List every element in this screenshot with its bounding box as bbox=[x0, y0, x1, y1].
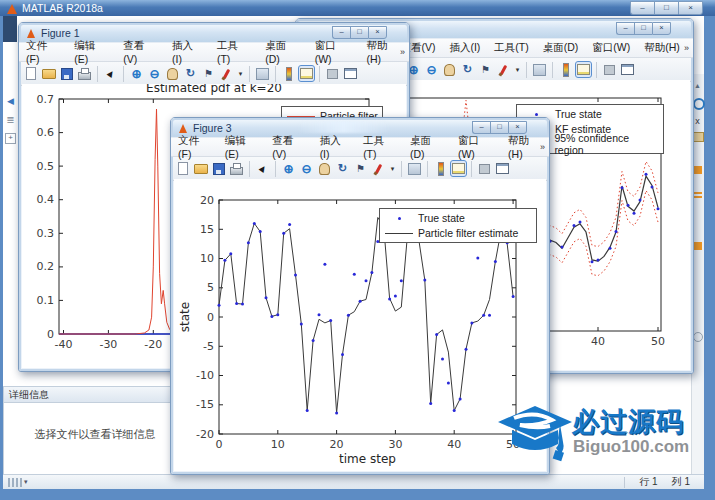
svg-text:20: 20 bbox=[200, 194, 214, 207]
cursor-icon[interactable]: ▶ bbox=[100, 63, 121, 84]
menu-item-1[interactable]: 编辑(E) bbox=[218, 134, 265, 160]
open-icon[interactable] bbox=[193, 161, 208, 176]
link-plot-icon[interactable] bbox=[255, 66, 270, 81]
menu-item-0[interactable]: 文件(F) bbox=[171, 134, 218, 160]
rotate-3d-icon[interactable]: ↻ bbox=[460, 62, 475, 77]
minimize-button[interactable]: – bbox=[616, 22, 634, 35]
save-icon[interactable] bbox=[59, 66, 74, 81]
menu-item-5[interactable]: 桌面(D) bbox=[536, 41, 586, 55]
warning-marker-icon[interactable] bbox=[693, 242, 702, 250]
svg-text:40: 40 bbox=[447, 438, 461, 451]
zoom-in-icon[interactable]: ⊕ bbox=[281, 161, 296, 176]
minimize-button[interactable]: – bbox=[332, 26, 350, 39]
menu-item-4[interactable]: 工具(T) bbox=[210, 39, 258, 65]
brush-icon[interactable] bbox=[219, 66, 234, 81]
menu-item-4[interactable]: 工具(T) bbox=[356, 134, 403, 160]
menu-overflow-icon[interactable]: » bbox=[684, 43, 689, 53]
data-cursor-icon[interactable]: ⚑ bbox=[353, 161, 368, 176]
grip-caret-icon[interactable]: ▾ bbox=[24, 478, 28, 486]
zoom-out-icon[interactable]: ⊖ bbox=[424, 62, 439, 77]
menu-item-6[interactable]: 窗口(W) bbox=[451, 134, 501, 160]
brush-icon[interactable] bbox=[496, 62, 511, 77]
brush-icon[interactable] bbox=[371, 161, 386, 176]
legend-icon[interactable] bbox=[299, 66, 314, 81]
pan-icon[interactable] bbox=[317, 161, 332, 176]
new-icon[interactable] bbox=[23, 66, 38, 81]
warning-lines-icon[interactable] bbox=[693, 192, 702, 194]
svg-text:time step: time step bbox=[339, 452, 396, 466]
rotate-3d-icon[interactable]: ↻ bbox=[335, 161, 350, 176]
maximize-button[interactable]: □ bbox=[490, 121, 508, 134]
colorbar-icon[interactable] bbox=[281, 66, 296, 81]
figure3-window[interactable]: Figure 3 – □ × 文件(F)编辑(E)查看(V)插入(I)工具(T)… bbox=[170, 117, 550, 475]
menu-item-4[interactable]: 工具(T) bbox=[487, 41, 535, 55]
new-icon[interactable] bbox=[175, 161, 190, 176]
dock-icon[interactable] bbox=[325, 66, 340, 81]
add-panel-icon[interactable]: + bbox=[5, 133, 16, 144]
close-button[interactable]: × bbox=[368, 26, 387, 39]
close-button[interactable]: × bbox=[652, 22, 671, 35]
close-strip-icon[interactable]: x bbox=[693, 116, 702, 126]
menu-item-6[interactable]: 窗口(W) bbox=[308, 39, 360, 65]
maximize-button[interactable]: □ bbox=[634, 22, 652, 35]
menu-item-2[interactable]: 查看(V) bbox=[116, 39, 165, 65]
maximize-button[interactable]: □ bbox=[654, 1, 678, 15]
file-marker-icon[interactable] bbox=[693, 132, 704, 142]
menu-item-6[interactable]: 窗口(W) bbox=[585, 41, 637, 55]
undock-icon[interactable] bbox=[343, 66, 358, 81]
dock-icon[interactable] bbox=[477, 161, 492, 176]
figure3-plot-area[interactable]: 01020304050-20-15-10-505101520time steps… bbox=[174, 179, 546, 471]
warning-marker-icon[interactable] bbox=[693, 166, 702, 174]
list-panel-icon[interactable]: ≣ bbox=[6, 114, 14, 125]
close-button[interactable]: × bbox=[508, 121, 527, 134]
rotate-3d-icon[interactable]: ↻ bbox=[183, 66, 198, 81]
pan-icon[interactable] bbox=[165, 66, 180, 81]
open-icon[interactable] bbox=[41, 66, 56, 81]
pan-icon[interactable] bbox=[442, 62, 457, 77]
close-button[interactable]: × bbox=[678, 1, 703, 15]
menu-item-7[interactable]: 帮助(H) bbox=[637, 41, 687, 55]
menu-item-3[interactable]: 插入(I) bbox=[165, 39, 210, 65]
dock-icon[interactable] bbox=[602, 62, 617, 77]
figure3-legend[interactable]: True stateParticle filter estimate bbox=[379, 208, 537, 243]
undock-icon[interactable] bbox=[495, 161, 510, 176]
menu-item-3[interactable]: 插入(I) bbox=[442, 41, 487, 55]
colorbar-icon[interactable] bbox=[433, 161, 448, 176]
statusbar-grip-icon[interactable] bbox=[8, 478, 22, 487]
minimize-button[interactable]: – bbox=[630, 1, 654, 15]
caret-icon[interactable]: ▾ bbox=[389, 161, 396, 176]
print-icon[interactable] bbox=[229, 161, 244, 176]
caret-icon[interactable]: ▾ bbox=[237, 66, 244, 81]
save-icon[interactable] bbox=[211, 161, 226, 176]
menu-item-0[interactable]: 文件(F) bbox=[19, 39, 67, 65]
print-icon[interactable] bbox=[77, 66, 92, 81]
colorbar-icon[interactable] bbox=[558, 62, 573, 77]
link-plot-icon[interactable] bbox=[407, 161, 422, 176]
search-icon[interactable] bbox=[693, 98, 705, 110]
menu-item-5[interactable]: 桌面(D) bbox=[403, 134, 451, 160]
cursor-icon[interactable]: ▶ bbox=[252, 158, 273, 179]
menu-item-5[interactable]: 桌面(D) bbox=[258, 39, 307, 65]
minimize-button[interactable]: – bbox=[472, 121, 490, 134]
zoom-out-icon[interactable]: ⊖ bbox=[299, 161, 314, 176]
maximize-button[interactable]: □ bbox=[350, 26, 368, 39]
main-titlebar[interactable]: MATLAB R2018a – □ × bbox=[0, 0, 715, 16]
zoom-in-icon[interactable]: ⊕ bbox=[129, 66, 144, 81]
caret-icon[interactable]: ▾ bbox=[514, 62, 521, 77]
svg-text:10: 10 bbox=[271, 438, 285, 451]
legend-icon[interactable] bbox=[451, 161, 466, 176]
link-plot-icon[interactable] bbox=[532, 62, 547, 77]
menu-item-3[interactable]: 插入(I) bbox=[313, 134, 357, 160]
back-arrow-icon[interactable]: ◀ bbox=[7, 96, 14, 106]
legend-icon[interactable] bbox=[576, 62, 591, 77]
indicator-circle-icon[interactable] bbox=[693, 332, 703, 342]
zoom-out-icon[interactable]: ⊖ bbox=[147, 66, 162, 81]
menu-item-1[interactable]: 编辑(E) bbox=[67, 39, 116, 65]
menu-overflow-icon[interactable]: » bbox=[540, 142, 545, 152]
data-cursor-icon[interactable]: ⚑ bbox=[201, 66, 216, 81]
data-cursor-icon[interactable]: ⚑ bbox=[478, 62, 493, 77]
menu-item-2[interactable]: 查看(V) bbox=[265, 134, 312, 160]
undock-icon[interactable] bbox=[620, 62, 635, 77]
scroll-up-icon[interactable]: ▲ bbox=[693, 82, 702, 89]
menu-overflow-icon[interactable]: » bbox=[400, 47, 405, 57]
